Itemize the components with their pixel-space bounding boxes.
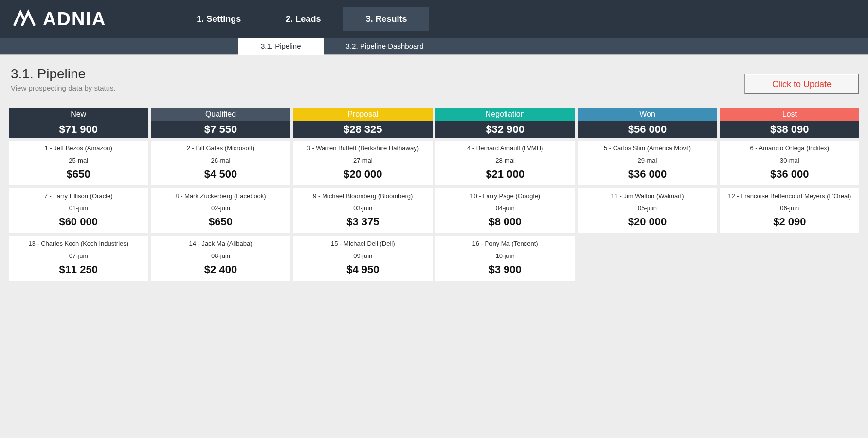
card-date: 28-mai: [437, 157, 573, 164]
card-amount: $3 900: [437, 263, 573, 276]
update-button[interactable]: Click to Update: [744, 74, 859, 94]
card-date: 03-juin: [295, 204, 431, 212]
card-date: 25-mai: [11, 157, 146, 164]
card-name: 12 - Francoise Bettencourt Meyers (L'Ore…: [722, 192, 857, 200]
pipeline-card[interactable]: 6 - Amancio Ortega (Inditex)30-mai$36 00…: [720, 141, 859, 185]
card-date: 26-mai: [153, 157, 288, 164]
card-name: 10 - Larry Page (Google): [437, 192, 573, 200]
pipeline-card[interactable]: 8 - Mark Zuckerberg (Facebook)02-juin$65…: [151, 188, 290, 233]
pipeline-column: Negotiation$32 9004 - Bernard Arnault (L…: [435, 108, 575, 281]
card-date: 08-juin: [153, 252, 288, 259]
topbar: ADNIA 1. Settings 2. Leads 3. Results: [0, 0, 868, 38]
column-title: Negotiation: [435, 108, 575, 121]
card-name: 7 - Larry Ellison (Oracle): [11, 192, 146, 200]
card-name: 11 - Jim Walton (Walmart): [579, 192, 715, 200]
logo-icon: [13, 5, 36, 33]
column-total: $32 900: [435, 121, 575, 138]
card-amount: $20 000: [579, 216, 715, 228]
card-amount: $36 000: [579, 168, 715, 181]
page-subtitle: View prospecting data by status.: [11, 84, 857, 92]
card-date: 30-mai: [722, 157, 857, 164]
card-amount: $60 000: [11, 216, 146, 228]
column-total: $71 900: [9, 121, 148, 138]
card-name: 5 - Carlos Slim (América Móvil): [579, 145, 715, 152]
pipeline-card[interactable]: 3 - Warren Buffett (Berkshire Hathaway)2…: [293, 141, 433, 185]
pipeline-card[interactable]: 12 - Francoise Bettencourt Meyers (L'Ore…: [720, 188, 859, 233]
pipeline-column: Won$56 0005 - Carlos Slim (América Móvil…: [578, 108, 717, 281]
pipeline-card[interactable]: 1 - Jeff Bezos (Amazon)25-mai$650: [9, 141, 148, 185]
column-title: Won: [578, 108, 717, 121]
card-amount: $2 400: [153, 263, 288, 276]
card-name: 6 - Amancio Ortega (Inditex): [722, 145, 857, 152]
tab-results[interactable]: 3. Results: [343, 7, 429, 31]
card-name: 2 - Bill Gates (Microsoft): [153, 145, 288, 152]
pipeline-board: New$71 9001 - Jeff Bezos (Amazon)25-mai$…: [0, 92, 868, 281]
card-amount: $11 250: [11, 263, 146, 276]
card-date: 05-juin: [579, 204, 715, 212]
card-date: 06-juin: [722, 204, 857, 212]
pipeline-card[interactable]: 16 - Pony Ma (Tencent)10-juin$3 900: [435, 236, 575, 281]
column-title: Proposal: [293, 108, 433, 121]
column-total: $56 000: [578, 121, 717, 138]
pipeline-card[interactable]: 4 - Bernard Arnault (LVMH)28-mai$21 000: [435, 141, 575, 185]
card-date: 09-juin: [295, 252, 431, 259]
page-header: 3.1. Pipeline View prospecting data by s…: [0, 55, 868, 92]
card-amount: $8 000: [437, 216, 573, 228]
card-date: 02-juin: [153, 204, 288, 212]
column-title: Lost: [720, 108, 859, 121]
card-amount: $3 375: [295, 216, 431, 228]
pipeline-card[interactable]: 9 - Michael Bloomberg (Bloomberg)03-juin…: [293, 188, 433, 233]
card-amount: $4 950: [295, 263, 431, 276]
card-date: 07-juin: [11, 252, 146, 259]
column-title: New: [9, 108, 148, 121]
pipeline-card[interactable]: 14 - Jack Ma (Alibaba)08-juin$2 400: [151, 236, 290, 281]
pipeline-card[interactable]: 15 - Michael Dell (Dell)09-juin$4 950: [293, 236, 433, 281]
card-date: 29-mai: [579, 157, 715, 164]
pipeline-card[interactable]: 10 - Larry Page (Google)04-juin$8 000: [435, 188, 575, 233]
card-amount: $21 000: [437, 168, 573, 181]
pipeline-card[interactable]: 7 - Larry Ellison (Oracle)01-juin$60 000: [9, 188, 148, 233]
card-name: 4 - Bernard Arnault (LVMH): [437, 145, 573, 152]
card-name: 15 - Michael Dell (Dell): [295, 240, 431, 247]
card-amount: $36 000: [722, 168, 857, 181]
card-amount: $4 500: [153, 168, 288, 181]
pipeline-card[interactable]: 2 - Bill Gates (Microsoft)26-mai$4 500: [151, 141, 290, 185]
card-name: 1 - Jeff Bezos (Amazon): [11, 145, 146, 152]
tab-leads[interactable]: 2. Leads: [263, 7, 343, 31]
main-tabs: 1. Settings 2. Leads 3. Results: [174, 7, 429, 31]
card-name: 14 - Jack Ma (Alibaba): [153, 240, 288, 247]
card-amount: $650: [11, 168, 146, 181]
card-name: 9 - Michael Bloomberg (Bloomberg): [295, 192, 431, 200]
column-total: $28 325: [293, 121, 433, 138]
subtab-pipeline[interactable]: 3.1. Pipeline: [238, 38, 324, 55]
card-name: 16 - Pony Ma (Tencent): [437, 240, 573, 247]
card-date: 04-juin: [437, 204, 573, 212]
pipeline-column: Proposal$28 3253 - Warren Buffett (Berks…: [293, 108, 433, 281]
card-name: 3 - Warren Buffett (Berkshire Hathaway): [295, 145, 431, 152]
pipeline-column: New$71 9001 - Jeff Bezos (Amazon)25-mai$…: [9, 108, 148, 281]
card-date: 27-mai: [295, 157, 431, 164]
card-date: 10-juin: [437, 252, 573, 259]
column-title: Qualified: [151, 108, 290, 121]
pipeline-card[interactable]: 13 - Charles Koch (Koch Industries)07-ju…: [9, 236, 148, 281]
card-name: 8 - Mark Zuckerberg (Facebook): [153, 192, 288, 200]
pipeline-card[interactable]: 11 - Jim Walton (Walmart)05-juin$20 000: [578, 188, 717, 233]
column-total: $38 090: [720, 121, 859, 138]
column-total: $7 550: [151, 121, 290, 138]
pipeline-column: Lost$38 0906 - Amancio Ortega (Inditex)3…: [720, 108, 859, 281]
subtab-pipeline-dashboard[interactable]: 3.2. Pipeline Dashboard: [324, 38, 446, 55]
brand-text: ADNIA: [43, 9, 106, 30]
card-amount: $20 000: [295, 168, 431, 181]
tab-settings[interactable]: 1. Settings: [174, 7, 263, 31]
pipeline-column: Qualified$7 5502 - Bill Gates (Microsoft…: [151, 108, 290, 281]
sub-tabs: 3.1. Pipeline 3.2. Pipeline Dashboard: [0, 38, 868, 55]
card-amount: $2 090: [722, 216, 857, 228]
card-amount: $650: [153, 216, 288, 228]
card-date: 01-juin: [11, 204, 146, 212]
card-name: 13 - Charles Koch (Koch Industries): [11, 240, 146, 247]
pipeline-card[interactable]: 5 - Carlos Slim (América Móvil)29-mai$36…: [578, 141, 717, 185]
brand-logo: ADNIA: [0, 5, 106, 33]
page-title: 3.1. Pipeline: [11, 66, 857, 82]
